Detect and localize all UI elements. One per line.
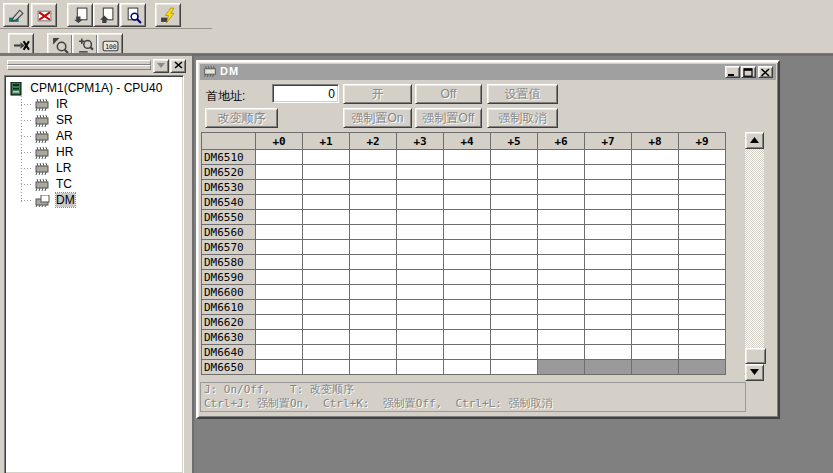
dm-cell[interactable] <box>632 195 679 210</box>
tree-item-dm[interactable]: DM <box>7 192 181 208</box>
dm-cell[interactable] <box>585 150 632 165</box>
dm-cell[interactable] <box>679 195 726 210</box>
dm-cell[interactable] <box>491 315 538 330</box>
dm-cell[interactable] <box>491 150 538 165</box>
scroll-up-button[interactable] <box>745 132 764 149</box>
dm-cell[interactable] <box>491 210 538 225</box>
dm-cell[interactable] <box>491 300 538 315</box>
dm-cell[interactable] <box>303 210 350 225</box>
dm-cell[interactable] <box>303 345 350 360</box>
dm-cell[interactable] <box>538 315 585 330</box>
dm-cell[interactable] <box>538 330 585 345</box>
panel-dropdown-button[interactable] <box>153 59 169 73</box>
dm-cell[interactable] <box>350 165 397 180</box>
dm-cell[interactable] <box>350 255 397 270</box>
dm-cell[interactable] <box>585 270 632 285</box>
dm-cell[interactable] <box>538 240 585 255</box>
dm-cell[interactable] <box>350 285 397 300</box>
dm-cell[interactable] <box>444 150 491 165</box>
maximize-button[interactable] <box>741 66 756 78</box>
dm-cell[interactable] <box>632 150 679 165</box>
dm-cell[interactable] <box>397 210 444 225</box>
dm-cell[interactable] <box>444 240 491 255</box>
tree-root-plc[interactable]: CPM1(CPM1A) - CPU40 <box>7 80 181 96</box>
dm-cell[interactable] <box>397 360 444 375</box>
dm-cell[interactable] <box>632 165 679 180</box>
dm-cell[interactable] <box>397 180 444 195</box>
dm-cell[interactable] <box>491 345 538 360</box>
dm-cell[interactable] <box>679 345 726 360</box>
dm-cell[interactable] <box>585 240 632 255</box>
dm-cell[interactable] <box>303 225 350 240</box>
dm-cell[interactable] <box>585 165 632 180</box>
dm-cell[interactable] <box>632 210 679 225</box>
dm-cell[interactable] <box>491 270 538 285</box>
tree-item-ar[interactable]: AR <box>7 128 181 144</box>
dm-cell[interactable] <box>397 345 444 360</box>
dm-cell[interactable] <box>397 270 444 285</box>
set-value-button[interactable]: 设置值 <box>487 84 558 104</box>
dm-cell[interactable] <box>632 300 679 315</box>
page-upload-button[interactable] <box>93 3 119 27</box>
on-button[interactable]: 开 <box>343 84 412 104</box>
dm-cell[interactable] <box>679 210 726 225</box>
dm-cell[interactable] <box>303 285 350 300</box>
dm-cell[interactable] <box>256 180 303 195</box>
gripper-handle[interactable] <box>7 65 151 70</box>
dm-cell[interactable] <box>491 255 538 270</box>
dm-cell[interactable] <box>256 210 303 225</box>
dm-cell[interactable] <box>350 300 397 315</box>
dm-cell[interactable] <box>397 300 444 315</box>
dm-cell[interactable] <box>585 315 632 330</box>
dm-cell[interactable] <box>350 195 397 210</box>
dm-cell[interactable] <box>538 165 585 180</box>
dm-cell[interactable] <box>350 240 397 255</box>
dm-cell[interactable] <box>538 225 585 240</box>
dm-cell[interactable] <box>256 285 303 300</box>
dm-cell[interactable] <box>444 270 491 285</box>
force-on-button[interactable]: 强制置On <box>343 108 412 128</box>
dm-cell[interactable] <box>256 240 303 255</box>
dm-cell[interactable] <box>256 315 303 330</box>
change-order-button[interactable]: 改变顺序 <box>205 108 278 128</box>
dm-cell[interactable] <box>397 315 444 330</box>
dm-cell[interactable] <box>491 330 538 345</box>
dm-cell[interactable] <box>585 195 632 210</box>
dm-cell[interactable] <box>256 300 303 315</box>
tree-item-lr[interactable]: LR <box>7 160 181 176</box>
close-window-button[interactable] <box>758 66 773 78</box>
page-paste-button[interactable] <box>67 3 93 27</box>
force-cancel-button[interactable]: 强制取消 <box>487 108 558 128</box>
dm-cell[interactable] <box>679 315 726 330</box>
dm-cell[interactable] <box>679 150 726 165</box>
dm-cell[interactable] <box>256 360 303 375</box>
clear-button[interactable] <box>31 3 57 27</box>
dm-cell[interactable] <box>397 255 444 270</box>
dm-cell[interactable] <box>585 180 632 195</box>
dm-cell[interactable] <box>585 345 632 360</box>
dm-cell[interactable] <box>350 345 397 360</box>
tree-item-ir[interactable]: IR <box>7 96 181 112</box>
dm-cell[interactable] <box>679 285 726 300</box>
dm-cell[interactable] <box>491 360 538 375</box>
dm-cell[interactable] <box>491 165 538 180</box>
dm-cell[interactable] <box>585 285 632 300</box>
dm-cell[interactable] <box>350 150 397 165</box>
dm-cell[interactable] <box>679 165 726 180</box>
page-find-button[interactable] <box>120 3 146 27</box>
dm-cell[interactable] <box>444 195 491 210</box>
monitor-button[interactable] <box>155 3 181 27</box>
minimize-button[interactable] <box>725 66 740 78</box>
dm-cell[interactable] <box>350 315 397 330</box>
dm-cell[interactable] <box>397 195 444 210</box>
dm-cell[interactable] <box>444 180 491 195</box>
dm-cell[interactable] <box>256 270 303 285</box>
dm-cell[interactable] <box>397 285 444 300</box>
dm-cell[interactable] <box>444 360 491 375</box>
dm-cell[interactable] <box>679 270 726 285</box>
dm-cell[interactable] <box>491 240 538 255</box>
dm-cell[interactable] <box>397 240 444 255</box>
dm-cell[interactable] <box>538 210 585 225</box>
write-pen-button[interactable] <box>3 3 29 27</box>
dm-cell[interactable] <box>444 315 491 330</box>
